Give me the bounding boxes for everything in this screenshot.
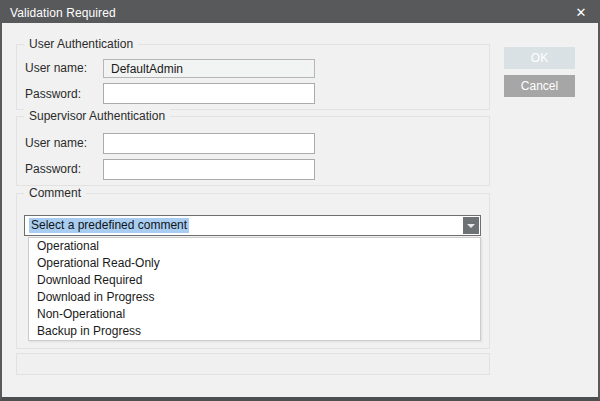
ok-button[interactable]: OK	[504, 47, 575, 69]
comment-dropdown-list: Operational Operational Read-Only Downlo…	[28, 237, 481, 341]
supervisor-authentication-legend: Supervisor Authentication	[24, 109, 170, 123]
titlebar: Validation Required ✕	[2, 2, 598, 23]
user-password-field[interactable]	[103, 83, 315, 104]
status-panel	[16, 353, 490, 375]
combobox-selected-text: Select a predefined comment	[29, 218, 189, 233]
cancel-button[interactable]: Cancel	[504, 75, 575, 97]
supervisor-authentication-group: Supervisor Authentication User name: Pas…	[16, 116, 490, 186]
dropdown-item-backup-in-progress[interactable]: Backup in Progress	[29, 323, 480, 340]
user-authentication-legend: User Authentication	[24, 37, 138, 51]
dropdown-item-operational-read-only[interactable]: Operational Read-Only	[29, 255, 480, 272]
supervisor-password-label: Password:	[25, 160, 81, 178]
validation-required-dialog: Validation Required ✕ User Authenticatio…	[0, 0, 600, 401]
user-password-label: Password:	[25, 85, 81, 103]
comment-legend: Comment	[24, 186, 86, 200]
supervisor-username-label: User name:	[25, 134, 87, 152]
supervisor-password-field[interactable]	[103, 159, 315, 180]
supervisor-username-field[interactable]	[103, 133, 315, 154]
dropdown-item-operational[interactable]: Operational	[29, 238, 480, 255]
close-icon[interactable]: ✕	[564, 2, 598, 23]
user-authentication-group: User Authentication User name: Password:	[16, 44, 490, 110]
user-username-label: User name:	[25, 59, 87, 77]
dialog-title: Validation Required	[2, 6, 116, 20]
comment-group: Comment Select a predefined comment Oper…	[16, 193, 490, 349]
dropdown-item-non-operational[interactable]: Non-Operational	[29, 306, 480, 323]
dropdown-item-download-required[interactable]: Download Required	[29, 272, 480, 289]
chevron-down-icon[interactable]	[463, 217, 479, 234]
dropdown-item-download-in-progress[interactable]: Download in Progress	[29, 289, 480, 306]
user-username-field	[103, 59, 315, 78]
comment-combobox[interactable]: Select a predefined comment	[24, 215, 481, 236]
